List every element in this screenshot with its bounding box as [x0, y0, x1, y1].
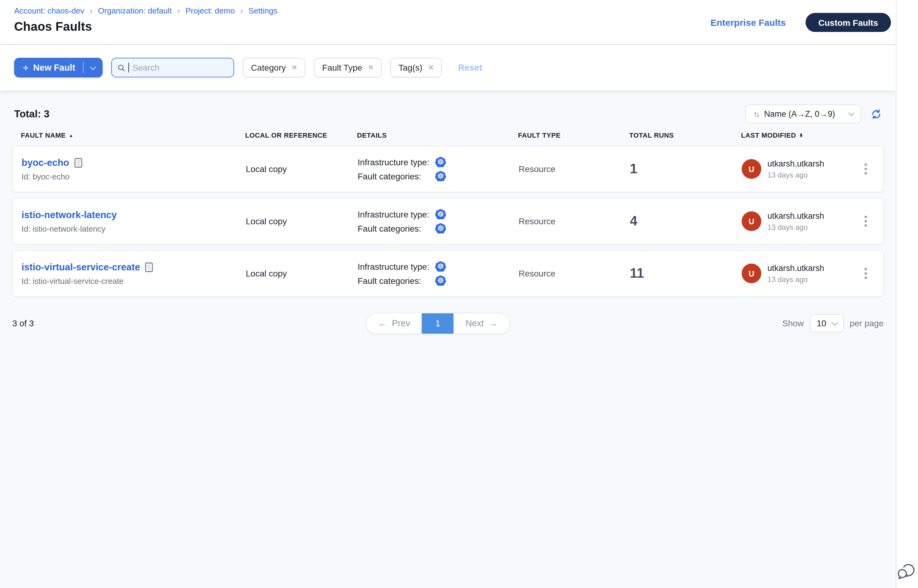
fault-type-value: Resource [519, 268, 630, 278]
table-header-row: FAULT NAME ▲ LOCAL OR REFERENCE DETAILS … [12, 131, 884, 139]
refresh-button[interactable] [871, 108, 882, 120]
details-cell: Infrastructure type: ☸ Fault categories:… [357, 261, 519, 286]
last-modified-cell: U utkarsh.utkarsh 13 days ago [742, 159, 857, 179]
close-icon[interactable]: ✕ [368, 63, 374, 72]
content-area: Total: 3 ↑↓ Name (A→Z, 0→9) [0, 90, 896, 588]
chevron-down-icon [91, 64, 97, 70]
table-row[interactable]: byoc-echo Id: byoc-echo Local copy [12, 145, 884, 192]
column-label: LAST MODIFIED [741, 131, 796, 139]
breadcrumb-account[interactable]: Account: chaos-dev [14, 6, 84, 15]
per-page-label: per page [850, 318, 884, 328]
new-fault-dropdown-button[interactable] [84, 58, 103, 78]
total-runs-value: 4 [630, 213, 742, 229]
fault-id: Id: istio-network-latency [21, 224, 246, 233]
fault-id: Id: istio-virtual-service-create [21, 276, 246, 285]
arrow-left-icon: ← [378, 318, 387, 328]
fault-name-link[interactable]: istio-network-latency [21, 209, 117, 220]
header-actions: Enterprise Faults Custom Faults [710, 13, 891, 32]
column-header-fault-type: FAULT TYPE [518, 131, 629, 139]
new-fault-split-button: + New Fault [14, 58, 103, 78]
local-or-reference-value: Local copy [246, 164, 357, 174]
sort-area: ↑↓ Name (A→Z, 0→9) [745, 105, 882, 123]
sort-dropdown[interactable]: ↑↓ Name (A→Z, 0→9) [745, 105, 861, 123]
filter-chip-fault-type[interactable]: Fault Type ✕ [314, 58, 382, 78]
fault-categories-label: Fault categories: [357, 223, 435, 233]
table-footer: 3 of 3 ← Prev 1 Next → Show 10 [0, 312, 896, 334]
breadcrumb-organization[interactable]: Organization: default [98, 6, 172, 15]
modified-when: 13 days ago [768, 171, 824, 179]
filter-chip-tags[interactable]: Tag(s) ✕ [391, 58, 442, 78]
fault-type-value: Resource [519, 164, 630, 174]
row-menu-button[interactable] [857, 157, 874, 181]
filter-chip-label: Category [251, 63, 286, 73]
page-size-dropdown[interactable]: 10 [810, 314, 843, 333]
kubernetes-icon: ☸ [435, 209, 446, 219]
column-label: FAULT NAME [21, 131, 66, 139]
total-count: Total: 3 [14, 108, 50, 120]
new-fault-label: New Fault [33, 63, 75, 73]
fault-type-value: Resource [519, 216, 630, 226]
modified-by: utkarsh.utkarsh [768, 263, 824, 273]
row-menu-button[interactable] [857, 261, 874, 286]
local-or-reference-value: Local copy [246, 268, 357, 278]
reset-filters-button[interactable]: Reset [458, 63, 482, 73]
next-page-button[interactable]: Next → [454, 313, 509, 333]
modified-by: utkarsh.utkarsh [768, 211, 824, 220]
column-label: DETAILS [357, 131, 387, 139]
total-runs-value: 1 [630, 161, 742, 177]
column-header-local-or-reference: LOCAL OR REFERENCE [245, 131, 357, 139]
current-page-button[interactable]: 1 [422, 313, 454, 333]
close-icon[interactable]: ✕ [291, 63, 297, 72]
modified-by: utkarsh.utkarsh [768, 159, 824, 168]
manifest-icon[interactable] [145, 262, 153, 272]
column-label: TOTAL RUNS [629, 131, 674, 139]
fault-name-link[interactable]: istio-virtual-service-create [21, 262, 140, 273]
manifest-icon[interactable] [74, 158, 82, 168]
kubernetes-icon: ☸ [435, 171, 446, 181]
sort-selected-value: Name (A→Z, 0→9) [764, 109, 835, 119]
breadcrumb-settings[interactable]: Settings [249, 6, 278, 15]
scrollbar-gutter[interactable] [896, 0, 918, 588]
filter-chip-label: Fault Type [322, 63, 362, 73]
infrastructure-type-label: Infrastructure type: [357, 209, 435, 219]
table-row[interactable]: istio-network-latency Id: istio-network-… [12, 198, 884, 244]
new-fault-button[interactable]: + New Fault [14, 58, 83, 78]
fault-name-link[interactable]: byoc-echo [21, 157, 69, 168]
modified-when: 13 days ago [768, 275, 824, 284]
chat-help-icon[interactable] [896, 560, 917, 583]
page-size-value: 10 [816, 318, 826, 328]
fault-list: byoc-echo Id: byoc-echo Local copy [12, 145, 884, 297]
sort-ascending-icon: ▲ [69, 133, 73, 137]
search-input[interactable] [133, 63, 228, 73]
details-cell: Infrastructure type: ☸ Fault categories:… [357, 157, 519, 181]
close-icon[interactable]: ✕ [428, 63, 434, 72]
arrow-right-icon: → [489, 318, 498, 328]
enterprise-faults-link[interactable]: Enterprise Faults [710, 17, 785, 27]
details-cell: Infrastructure type: ☸ Fault categories:… [357, 209, 519, 233]
prev-page-button[interactable]: ← Prev [366, 313, 422, 333]
page-header: Account: chaos-dev › Organization: defau… [0, 0, 896, 44]
plus-icon: + [23, 62, 29, 73]
sort-both-icon: ▲▼ [799, 132, 803, 137]
kubernetes-icon: ☸ [435, 157, 446, 167]
filter-chip-label: Tag(s) [399, 63, 422, 73]
text-cursor [129, 63, 129, 73]
filter-chip-category[interactable]: Category ✕ [243, 58, 306, 78]
column-header-fault-name[interactable]: FAULT NAME ▲ [21, 131, 245, 139]
range-label: 3 of 3 [12, 318, 34, 328]
row-menu-button[interactable] [857, 209, 874, 233]
column-header-last-modified[interactable]: LAST MODIFIED ▲▼ [741, 131, 857, 139]
column-header-total-runs: TOTAL RUNS [629, 131, 741, 139]
avatar: U [742, 212, 761, 231]
breadcrumb-separator: › [177, 6, 180, 15]
local-or-reference-value: Local copy [246, 216, 357, 226]
breadcrumb-project[interactable]: Project: demo [186, 6, 235, 15]
custom-faults-button[interactable]: Custom Faults [806, 13, 891, 32]
table-row[interactable]: istio-virtual-service-create Id: istio-v… [12, 250, 884, 297]
chevron-down-icon [832, 319, 838, 325]
kubernetes-icon: ☸ [435, 275, 446, 286]
total-runs-value: 11 [630, 265, 742, 281]
infrastructure-type-label: Infrastructure type: [357, 262, 435, 271]
avatar: U [742, 263, 761, 283]
chevron-down-icon [848, 110, 854, 116]
